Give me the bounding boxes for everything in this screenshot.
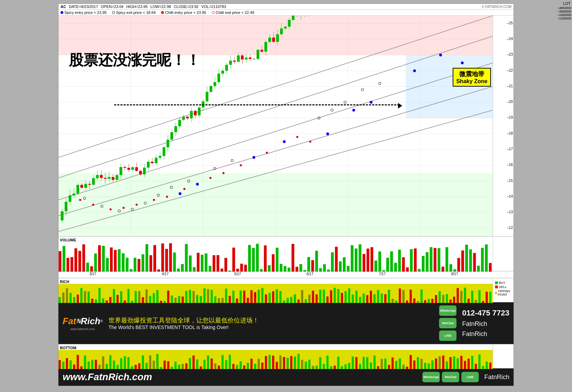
chart-high: HIGH=23.95 [126, 5, 148, 9]
chart-header: AC DATE=8/23/2017 OPEN=23.04 HIGH=23.95 … [58, 4, 514, 10]
chart-open: OPEN=23.04 [101, 5, 124, 9]
time-labels: 3/174/175/176/177/178/17 [58, 271, 493, 278]
price-chart: 股票还没涨完呢！！ 微震地带 Shaky Zone [58, 16, 493, 236]
time-label: 7/17 [379, 272, 386, 276]
spicy-exit-label: Spicy exit price < 18.64 [116, 10, 156, 15]
tipping-color [495, 291, 497, 294]
chilli-exit-circle [212, 11, 215, 14]
dashed-arrow [114, 104, 399, 105]
sell-label: SELL [499, 285, 507, 289]
buy-label: BUY [499, 281, 506, 285]
rich-canvas [58, 284, 493, 303]
volume-right-axis: LOT –4800000 –3600000 –2400000 –1200000 [493, 237, 514, 271]
price-canvas [58, 16, 493, 236]
spicy-entry-dot [61, 11, 63, 14]
rich-label: RICH [60, 280, 69, 284]
line-footer[interactable]: LINE [461, 372, 479, 382]
wechat-footer[interactable]: WeChat [442, 372, 459, 382]
watermark: © FATNRICH.COM [482, 5, 511, 9]
volume-area: VOLUME LOT –4800000 –3600000 –2400000 –1… [58, 236, 514, 271]
wechat-button[interactable]: WeChat [439, 318, 456, 328]
rich-area: RICH BUY SELL TIPPING POINT [58, 278, 514, 302]
whatsapp-footer[interactable]: WhatsApp [422, 372, 440, 382]
shaky-zone-chinese: 微震地带 [456, 70, 487, 78]
chilli-entry-dot [161, 11, 164, 14]
phone-number: 012-475 7723 [462, 309, 509, 318]
volume-canvas [58, 242, 493, 272]
volume-chart: VOLUME [58, 237, 493, 271]
time-label: 8/17 [451, 272, 458, 276]
price-axis: –25–24–23–22–21–20–19–18–17–16–15–14–13–… [493, 16, 514, 236]
time-label: 4/17 [162, 272, 168, 276]
chart-chinese-text: 股票还没涨完呢！！ [69, 50, 200, 70]
sell-color [495, 286, 498, 288]
chart-vol: VOL=2110783 [201, 5, 226, 9]
lot-label: LOT [563, 1, 571, 6]
bottom-canvas [58, 350, 493, 369]
time-label: 3/17 [89, 272, 96, 276]
bottom-indicator-area: BOTTOM [58, 344, 514, 368]
logo-n-icon: ℕ [76, 318, 81, 325]
time-axis: 3/174/175/176/177/178/17 [58, 271, 514, 278]
banner-english: The World's BEST INVESTMENT TOOL is Taki… [109, 325, 434, 330]
buy-color [495, 281, 498, 284]
shaky-zone-english: Shaky Zone [456, 78, 487, 85]
logo-fat: Fat [63, 316, 76, 327]
chart-low: LOW=22.98 [150, 5, 171, 9]
logo-url: www.fatnrich.com [71, 327, 95, 331]
spicy-exit-circle [112, 11, 115, 14]
ticker-symbol: AC [61, 5, 66, 9]
banner-text: 世界最劲爆投资工具登陆全球，让您以最低价位进场！ The World's BES… [109, 316, 434, 330]
logo-rich: Rich [81, 316, 100, 327]
footer-contact: FatnRich [484, 374, 509, 381]
time-label: 5/17 [234, 272, 241, 276]
volume-values: –4800000 –3600000 –2400000 –1200000 [557, 6, 571, 20]
social-icons: WhatsApp WeChat LINE [439, 305, 456, 341]
spicy-entry-label: Spicy entry price > 23.95 [64, 10, 106, 15]
bottom-chart: BOTTOM [58, 344, 493, 368]
shaky-zone-label: 微震地带 Shaky Zone [453, 68, 491, 87]
whatsapp-button[interactable]: WhatsApp [439, 305, 456, 316]
website-footer: www.FatnRich.com WhatsApp WeChat LINE Fa… [58, 368, 514, 386]
contact-info: 012-475 7723 FatnRich FatnRich [462, 309, 509, 338]
social-icons-footer: WhatsApp WeChat LINE [422, 372, 479, 382]
rich-chart: RICH [58, 278, 493, 302]
chilli-entry-label: Chilli entry price > 23.95 [165, 10, 206, 15]
chilli-exit-label: Chilli exit price < 22.49 [216, 10, 254, 15]
logo-area: Fat ℕ Rich ® www.fatnrich.com [63, 316, 103, 331]
banner-chinese: 世界最劲爆投资工具登陆全球，让您以最低价位进场！ [109, 316, 434, 325]
chart-area: 股票还没涨完呢！！ 微震地带 Shaky Zone –25–24–23–22–2… [58, 16, 514, 236]
bottom-banner: Fat ℕ Rich ® www.fatnrich.com 世界最劲爆投资工具登… [58, 302, 514, 344]
chart-date: DATE=8/23/2017 [69, 5, 98, 9]
rich-right: BUY SELL TIPPING POINT [493, 278, 514, 302]
time-label: 6/17 [307, 272, 313, 276]
footer-name: FatnRich [484, 374, 509, 381]
contact-name-1: FatnRich [462, 320, 509, 328]
chart-close: CLOSE=23.92 [174, 5, 198, 9]
contact-name-2: FatnRich [462, 330, 509, 338]
bottom-right [493, 344, 514, 368]
legend-row: Spicy entry price > 23.95 Spicy exit pri… [58, 10, 514, 16]
buy-sell-legend: BUY SELL TIPPING POINT [494, 280, 513, 298]
bottom-label: BOTTOM [60, 346, 76, 350]
registered-mark: ® [100, 319, 103, 323]
volume-label: VOLUME [60, 238, 76, 242]
line-button[interactable]: LINE [439, 330, 456, 341]
website-url: www.FatnRich.com [63, 371, 417, 383]
tipping-label: TIPPING POINT [498, 289, 511, 296]
